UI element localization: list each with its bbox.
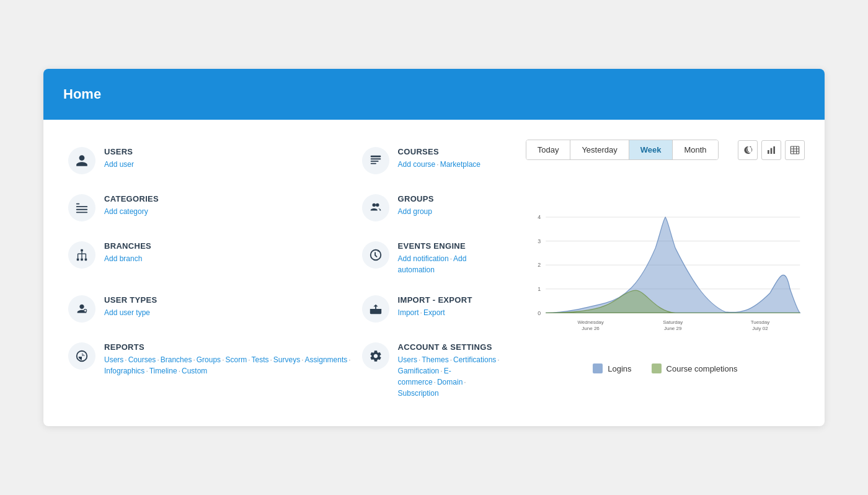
menu-text-events: EVENTS ENGINE Add notification·Add autom… (398, 241, 501, 275)
marketplace-link[interactable]: Marketplace (440, 160, 480, 169)
tab-week[interactable]: Week (629, 140, 673, 159)
svg-text:2: 2 (538, 262, 541, 268)
settings-domain-link[interactable]: Domain (437, 378, 463, 386)
svg-rect-11 (77, 259, 79, 261)
legend-logins: Logins (593, 363, 631, 373)
menu-text-categories: CATEGORIES Add category (104, 194, 159, 217)
reports-surveys-link[interactable]: Surveys (273, 355, 300, 364)
reports-scorm-link[interactable]: Scorm (225, 355, 247, 364)
chart-svg: 0 1 2 3 4 Wednesday June 26 Saturday Ju (526, 170, 805, 356)
settings-icon (362, 342, 389, 370)
table-icon-btn[interactable] (785, 140, 805, 160)
svg-text:Tuesday: Tuesday (750, 319, 769, 325)
main-content: USERS Add user COURSES Add course·Market… (43, 120, 825, 426)
menu-title-groups: GROUPS (398, 194, 434, 203)
menu-links-groups: Add group (398, 206, 434, 217)
menu-title-categories: CATEGORIES (104, 194, 159, 203)
menu-title-courses: COURSES (398, 147, 480, 156)
reports-custom-link[interactable]: Custom (182, 367, 207, 375)
menu-links-user-types: Add user type (104, 307, 157, 318)
reports-timeline-link[interactable]: Timeline (149, 367, 177, 375)
export-link[interactable]: Export (423, 308, 445, 317)
svg-point-9 (376, 203, 379, 207)
svg-point-8 (372, 203, 376, 207)
time-tabs: Today Yesterday Week Month (526, 140, 719, 160)
menu-text-courses: COURSES Add course·Marketplace (398, 147, 480, 170)
reports-courses-link[interactable]: Courses (128, 355, 156, 364)
svg-text:1: 1 (538, 286, 541, 292)
svg-text:July 02: July 02 (752, 326, 768, 331)
add-user-link[interactable]: Add user (104, 160, 134, 169)
chart-bar-icon-btn[interactable] (761, 140, 781, 160)
menu-item-user-types: USER TYPES Add user type (63, 288, 357, 330)
menu-item-branches: BRANCHES Add branch (63, 234, 357, 283)
reports-assignments-link[interactable]: Assignments (305, 355, 348, 364)
add-category-link[interactable]: Add category (104, 207, 148, 216)
reports-groups-link[interactable]: Groups (197, 355, 221, 364)
menu-links-branches: Add branch (104, 253, 151, 264)
tab-today[interactable]: Today (526, 140, 571, 159)
menu-item-import-export: IMPORT - EXPORT Import·Export (357, 288, 506, 330)
menu-text-user-types: USER TYPES Add user type (104, 295, 157, 318)
chart-panel: Today Yesterday Week Month (526, 140, 805, 406)
svg-text:June 26: June 26 (582, 326, 600, 331)
menu-title-users: USERS (104, 147, 134, 156)
settings-certifications-link[interactable]: Certifications (453, 355, 496, 364)
chart-controls: Today Yesterday Week Month (526, 140, 805, 160)
tab-yesterday[interactable]: Yesterday (570, 140, 629, 159)
reports-users-link[interactable]: Users (104, 355, 123, 364)
menu-item-courses: COURSES Add course·Marketplace (357, 140, 506, 182)
menu-links-reports: Users·Courses·Branches·Groups·Scorm·Test… (104, 354, 352, 377)
settings-subscription-link[interactable]: Subscription (398, 389, 439, 398)
add-branch-link[interactable]: Add branch (104, 254, 142, 263)
courses-icon (362, 147, 389, 174)
menu-item-groups: GROUPS Add group (357, 187, 506, 229)
add-user-type-link[interactable]: Add user type (104, 308, 150, 317)
settings-users-link[interactable]: Users (398, 355, 417, 364)
svg-rect-6 (76, 209, 87, 210)
menu-title-branches: BRANCHES (104, 241, 151, 251)
svg-rect-25 (790, 146, 799, 154)
user-types-icon (68, 295, 95, 323)
import-export-icon (362, 295, 389, 323)
menu-grid: USERS Add user COURSES Add course·Market… (63, 140, 506, 406)
menu-text-import-export: IMPORT - EXPORT Import·Export (398, 295, 472, 318)
svg-rect-4 (76, 203, 79, 205)
svg-rect-12 (81, 259, 83, 261)
reports-tests-link[interactable]: Tests (251, 355, 268, 364)
settings-themes-link[interactable]: Themes (422, 355, 448, 364)
svg-rect-13 (85, 259, 87, 261)
menu-item-reports: REPORTS Users·Courses·Branches·Groups·Sc… (63, 335, 357, 406)
add-course-link[interactable]: Add course (398, 160, 436, 169)
menu-links-users: Add user (104, 159, 134, 170)
reports-infographics-link[interactable]: Infographics (104, 367, 144, 375)
menu-title-reports: REPORTS (104, 342, 352, 352)
settings-gamification-link[interactable]: Gamification (398, 367, 440, 375)
svg-rect-5 (76, 206, 87, 207)
menu-title-events: EVENTS ENGINE (398, 241, 501, 251)
groups-icon (362, 194, 389, 221)
svg-text:4: 4 (538, 214, 541, 220)
reports-branches-link[interactable]: Branches (161, 355, 192, 364)
svg-text:Saturday: Saturday (663, 319, 683, 325)
svg-text:3: 3 (538, 238, 541, 244)
add-group-link[interactable]: Add group (398, 207, 432, 216)
page-wrapper: Home USERS Add user (43, 69, 825, 426)
svg-rect-0 (370, 156, 381, 158)
svg-rect-2 (370, 161, 378, 162)
chart-icon-group (738, 140, 805, 160)
svg-text:Wednesday: Wednesday (577, 319, 603, 325)
menu-title-account-settings: ACCOUNT & SETTINGS (398, 342, 501, 352)
import-link[interactable]: Import (398, 308, 419, 317)
menu-item-categories: CATEGORIES Add category (63, 187, 357, 229)
menu-text-account-settings: ACCOUNT & SETTINGS Users·Themes·Certific… (398, 342, 501, 399)
add-notification-link[interactable]: Add notification (398, 254, 449, 263)
svg-rect-7 (76, 212, 87, 213)
svg-rect-22 (768, 150, 769, 154)
svg-rect-23 (771, 148, 773, 153)
history-icon-btn[interactable] (738, 140, 758, 160)
tab-month[interactable]: Month (673, 140, 717, 159)
svg-text:June 29: June 29 (664, 326, 682, 331)
menu-text-branches: BRANCHES Add branch (104, 241, 151, 264)
svg-rect-10 (81, 249, 83, 252)
